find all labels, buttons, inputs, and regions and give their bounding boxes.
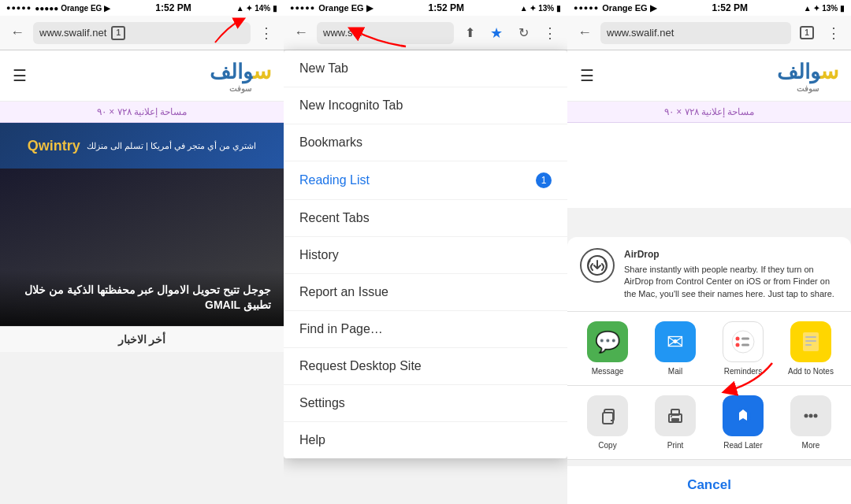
url-text-3: www.swalif.net [607,27,674,39]
article-title-1: جوجل تتيح تحويل الاموال عبر محفظتها الذك… [0,270,284,326]
more-menu-btn-1[interactable]: ⋮ [255,22,277,44]
notes-label: Add to Notes [788,367,834,376]
status-bar-1: ●●●●● ●●●●● Orange EG ▶ 1:52 PM ▲ ✦ 14% … [0,0,284,16]
carrier-signal-1: ●●●●● ●●●●● Orange EG ▶ [6,4,110,13]
ad-banner-1: مساحة إعلانية ٧٢٨ × ٩٠ [0,102,284,123]
notes-icon [790,321,831,362]
annotation-arrow-3 [717,359,780,402]
site-logo-3: سوالف سوفت [777,58,838,93]
menu-item-history[interactable]: History [284,237,567,274]
svg-point-2 [736,337,740,341]
browser-toolbar-1: ← www.swalif.net 1 ⋮ [0,16,284,50]
tab-count-3[interactable]: 1 [796,22,818,44]
share-app-notes[interactable]: Add to Notes [777,321,845,376]
mail-label: Mail [668,367,682,376]
svg-rect-13 [671,418,679,421]
back-button-2[interactable]: ← [290,22,312,44]
menu-item-help[interactable]: Help [284,422,567,458]
svg-point-18 [814,414,818,418]
menu-item-settings[interactable]: Settings [284,385,567,422]
airdrop-icon [580,248,615,283]
article-card-1: جوجل تتيح تحويل الاموال عبر محفظتها الذك… [0,169,284,326]
svg-rect-4 [741,338,749,340]
menu-item-reading-list[interactable]: Reading List 1 [284,161,567,200]
site-logo-1: سوالف سوفت [210,58,271,93]
share-apps-row: 💬 Message ✉ Mail Reminders [567,312,851,386]
annotation-arrow-2 [347,19,410,54]
message-icon: 💬 [587,321,628,362]
browser-toolbar-2: ← www.s… ⬆ ★ ↻ ⋮ [284,16,567,50]
copy-icon [587,395,628,436]
menu-item-incognito[interactable]: New Incognito Tab [284,87,567,124]
menu-item-find-in-page[interactable]: Find in Page… [284,311,567,348]
reading-list-badge: 1 [536,172,552,188]
mail-icon: ✉ [655,321,696,362]
airdrop-section: AirDrop Share instantly with people near… [567,237,851,312]
url-text-1: www.swalif.net [39,27,106,39]
address-bar-3[interactable]: www.swalif.net [600,22,791,44]
svg-rect-9 [805,344,812,346]
promo-banner-1: Qwintry اشتري من أي متجر في أمريكا | تسل… [0,123,284,169]
menu-item-report-issue[interactable]: Report an Issue [284,274,567,311]
share-action-more[interactable]: More [777,395,845,450]
battery-3: ▲ ✦ 13% ▮ [804,4,845,13]
reminders-icon [723,321,764,362]
panel-browser-menu: ●●●●● Orange EG ▶ 1:52 PM ▲ ✦ 13% ▮ ← ww… [284,0,567,504]
back-button-1[interactable]: ← [6,22,28,44]
page-content-1: ☰ سوالف سوفت مساحة إعلانية ٧٢٨ × ٩٠ Qwin… [0,50,284,352]
share-action-print[interactable]: Print [641,395,709,450]
panel-browser-main: ●●●●● ●●●●● Orange EG ▶ 1:52 PM ▲ ✦ 14% … [0,0,284,504]
share-app-message[interactable]: 💬 Message [574,321,641,376]
more-label: More [802,441,820,450]
site-header-3: ☰ سوالف سوفت [567,50,851,102]
status-bar-2: ●●●●● Orange EG ▶ 1:52 PM ▲ ✦ 13% ▮ [284,0,567,16]
svg-rect-5 [741,344,749,346]
tab-count-1[interactable]: 1 [111,26,125,40]
hamburger-3[interactable]: ☰ [580,66,594,85]
cancel-button[interactable]: Cancel [567,466,851,504]
browser-toolbar-3: ← www.swalif.net 1 ⋮ [567,16,851,50]
status-bar-3: ●●●●● Orange EG ▶ 1:52 PM ▲ ✦ 13% ▮ [567,0,851,16]
print-icon [655,395,696,436]
ad-banner-3: مساحة إعلانية ٧٢٨ × ٩٠ [567,102,851,123]
menu-item-new-tab[interactable]: New Tab [284,50,567,87]
more-icon [790,395,831,436]
bookmark-button-2[interactable]: ★ [485,22,507,44]
more-menu-btn-2[interactable]: ⋮ [539,22,561,44]
svg-point-3 [736,343,740,347]
svg-rect-7 [805,336,816,338]
battery-1: ▲ ✦ 14% ▮ [236,4,277,13]
time-3: 1:52 PM [712,2,748,13]
back-button-3[interactable]: ← [574,22,596,44]
message-label: Message [592,367,624,376]
share-app-mail[interactable]: ✉ Mail [641,321,709,376]
share-actions-row: Copy Print [567,386,851,460]
share-sheet: AirDrop Share instantly with people near… [567,237,851,504]
menu-item-bookmarks[interactable]: Bookmarks [284,124,567,161]
menu-item-desktop-site[interactable]: Request Desktop Site [284,348,567,385]
site-sub-1: سوفت [210,84,271,93]
hamburger-menu-1[interactable]: ☰ [13,66,27,85]
time-1: 1:52 PM [155,2,191,13]
dropdown-menu: New Tab New Incognito Tab Bookmarks Read… [284,50,567,458]
share-button-2[interactable]: ⬆ [459,22,481,44]
svg-rect-8 [805,340,816,342]
site-header-1: ☰ سوالف سوفت [0,50,284,102]
refresh-button-2[interactable]: ↻ [512,22,534,44]
time-2: 1:52 PM [429,2,464,13]
svg-point-17 [809,414,813,418]
share-action-copy[interactable]: Copy [574,395,641,450]
airdrop-description: AirDrop Share instantly with people near… [624,248,838,300]
annotation-arrow-1 [208,14,247,49]
more-menu-btn-3[interactable]: ⋮ [823,22,845,44]
section-title-1: أخر الاخبار [0,326,284,352]
panel-browser-share: ●●●●● Orange EG ▶ 1:52 PM ▲ ✦ 13% ▮ ← ww… [567,0,851,504]
svg-rect-10 [603,413,613,424]
svg-point-14 [671,416,672,417]
share-action-read-later[interactable]: Read Later [709,395,777,450]
battery-2: ▲ ✦ 13% ▮ [520,4,561,13]
svg-point-16 [805,414,808,418]
page-content-3: ☰ سوالف سوفت مساحة إعلانية ٧٢٨ × ٩٠ [567,50,851,208]
svg-point-1 [732,331,754,353]
menu-item-recent-tabs[interactable]: Recent Tabs [284,200,567,237]
